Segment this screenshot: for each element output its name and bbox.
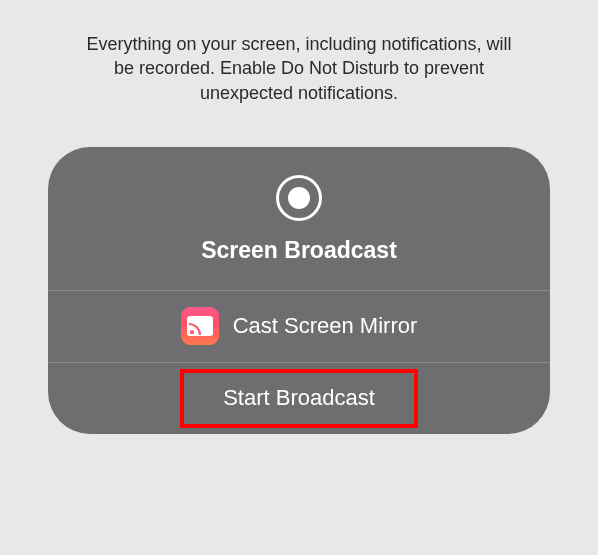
record-icon: [276, 175, 322, 221]
app-option-row[interactable]: Cast Screen Mirror: [48, 290, 550, 362]
panel-title: Screen Broadcast: [201, 237, 397, 264]
start-broadcast-button[interactable]: Start Broadcast: [48, 362, 550, 434]
warning-text: Everything on your screen, including not…: [0, 0, 598, 105]
broadcast-panel: Screen Broadcast Cast Screen Mirror Star…: [48, 147, 550, 434]
cast-app-icon: [181, 307, 219, 345]
app-option-label: Cast Screen Mirror: [233, 313, 418, 339]
start-broadcast-label: Start Broadcast: [223, 385, 375, 411]
panel-header: Screen Broadcast: [48, 147, 550, 290]
